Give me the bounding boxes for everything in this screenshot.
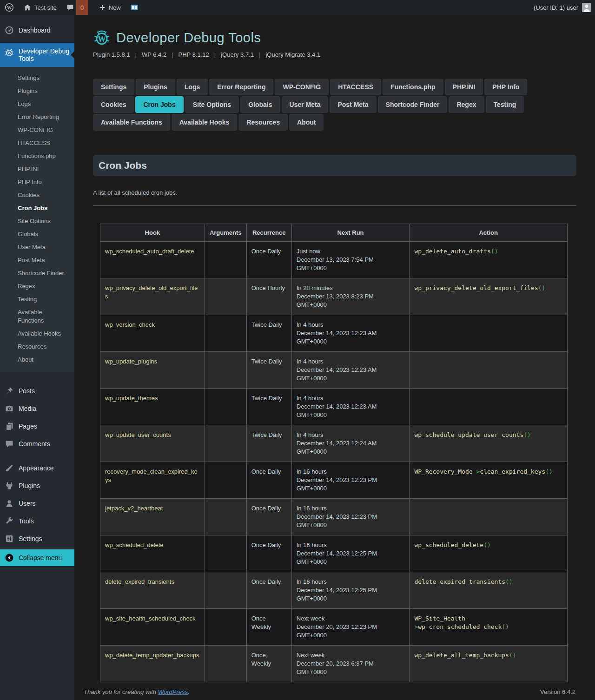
admin-footer: Thank you for creating with WordPress. V… — [74, 688, 595, 695]
collapse-menu-button[interactable]: Collapse menu — [0, 549, 74, 566]
sidebar-item-pages[interactable]: Pages — [0, 417, 74, 435]
submenu-item-functions-php[interactable]: Functions.php — [0, 150, 74, 163]
submenu-item-user-meta[interactable]: User Meta — [0, 241, 74, 254]
submenu-item-testing[interactable]: Testing — [0, 293, 74, 306]
submenu-item-globals[interactable]: Globals — [0, 228, 74, 241]
user-info: (User ID: 1) user — [534, 4, 578, 11]
sidebar-item-developer-debug-tools[interactable]: W Developer Debug Tools — [0, 43, 74, 67]
sidebar-item-label: Posts — [19, 387, 35, 395]
cell-arguments — [205, 646, 246, 682]
tab-shortcode-finder[interactable]: Shortcode Finder — [378, 96, 448, 113]
cell-arguments — [205, 389, 246, 425]
sidebar-item-comments[interactable]: Comments — [0, 435, 74, 453]
submenu-item-shortcode-finder[interactable]: Shortcode Finder — [0, 267, 74, 280]
collapse-menu-label: Collapse menu — [19, 554, 62, 561]
cell-next-run: In 4 hoursDecember 14, 2023 12:23 AMGMT+… — [291, 389, 410, 425]
submenu-item-available-functions[interactable]: Available Functions — [0, 306, 74, 327]
submenu-item-resources[interactable]: Resources — [0, 340, 74, 353]
tab-php-info[interactable]: PHP Info — [484, 79, 527, 95]
media-icon — [5, 404, 14, 413]
cell-action: wp_delete_all_temp_backups() — [410, 646, 568, 682]
submenu-item-post-meta[interactable]: Post Meta — [0, 254, 74, 267]
tab-globals[interactable]: Globals — [240, 96, 280, 113]
submenu-item-cron-jobs[interactable]: Cron Jobs — [0, 202, 74, 215]
wp-logo-menu[interactable]: W — [0, 0, 19, 15]
submenu-item-cookies[interactable]: Cookies — [0, 189, 74, 202]
next-run-line: GMT+0000 — [297, 484, 405, 493]
meta-separator: | — [135, 51, 137, 58]
submenu-item-php-info[interactable]: PHP Info — [0, 176, 74, 189]
comments-count-badge[interactable]: 0 — [76, 0, 88, 15]
tab-site-options[interactable]: Site Options — [185, 96, 239, 113]
submenu-item-settings[interactable]: Settings — [0, 72, 74, 85]
cell-action: wp_delete_auto_drafts() — [410, 242, 568, 278]
table-row: wp_scheduled_auto_draft_deleteOnce Daily… — [100, 242, 568, 278]
cell-next-run: In 28 minutesDecember 13, 2023 8:23 PMGM… — [291, 278, 410, 315]
comments-menu[interactable] — [61, 0, 76, 15]
docs-menu[interactable] — [126, 0, 143, 15]
column-header-hook: Hook — [100, 224, 205, 242]
submenu-item-error-reporting[interactable]: Error Reporting — [0, 111, 74, 124]
next-run-line: December 13, 2023 8:23 PM — [297, 292, 405, 301]
tab-functions-php[interactable]: Functions.php — [383, 79, 443, 95]
next-run-line: In 4 hours — [297, 321, 405, 329]
tab-about[interactable]: About — [289, 114, 324, 131]
sidebar-item-label: Users — [19, 500, 36, 507]
page-description: A list of all scheduled cron jobs. — [93, 189, 576, 196]
cell-hook: recovery_mode_clean_expired_keys — [100, 462, 205, 499]
sidebar-item-dashboard[interactable]: Dashboard — [0, 21, 74, 39]
tab-htaccess[interactable]: HTACCESS — [330, 79, 381, 95]
next-run-line: December 14, 2023 12:23 PM — [297, 476, 405, 484]
sidebar-item-settings[interactable]: Settings — [0, 530, 74, 548]
cell-recurrence: Once Hourly — [246, 278, 291, 315]
new-content-menu[interactable]: New — [94, 0, 126, 15]
tab-post-meta[interactable]: Post Meta — [330, 96, 376, 113]
sidebar-item-posts[interactable]: Posts — [0, 382, 74, 400]
tab-settings[interactable]: Settings — [93, 79, 134, 95]
tab-available-functions[interactable]: Available Functions — [93, 114, 170, 131]
home-icon — [23, 3, 32, 12]
submenu-item-plugins[interactable]: Plugins — [0, 85, 74, 98]
submenu-item-site-options[interactable]: Site Options — [0, 215, 74, 228]
submenu-item-about[interactable]: About — [0, 353, 74, 366]
next-run-line: December 14, 2023 12:23 AM — [297, 366, 405, 374]
next-run-line: GMT+0000 — [297, 594, 405, 603]
submenu-item-available-hooks[interactable]: Available Hooks — [0, 327, 74, 340]
cell-next-run: Next weekDecember 20, 2023 6:37 PMGMT+00… — [291, 646, 410, 682]
submenu-item-regex[interactable]: Regex — [0, 280, 74, 293]
column-header-next-run: Next Run — [291, 224, 410, 242]
tab-plugins[interactable]: Plugins — [136, 79, 175, 95]
sidebar-item-media[interactable]: Media — [0, 400, 74, 417]
cell-recurrence: Once Weekly — [246, 609, 291, 646]
sidebar-item-appearance[interactable]: Appearance — [0, 459, 74, 477]
table-row: wp_update_pluginsTwice DailyIn 4 hoursDe… — [100, 352, 568, 389]
tab-cookies[interactable]: Cookies — [93, 96, 134, 113]
sidebar-item-label: Media — [19, 405, 36, 412]
tab-cron-jobs[interactable]: Cron Jobs — [135, 96, 183, 113]
sidebar-item-plugins[interactable]: Plugins — [0, 477, 74, 495]
meta-item: PHP 8.1.12 — [178, 51, 209, 58]
submenu-item-logs[interactable]: Logs — [0, 98, 74, 111]
tab-logs[interactable]: Logs — [177, 79, 208, 95]
tab-wp-config[interactable]: WP-CONFIG — [275, 79, 329, 95]
sidebar-item-users[interactable]: Users — [0, 495, 74, 512]
tab-regex[interactable]: Regex — [449, 96, 484, 113]
site-name-menu[interactable]: Test site — [19, 0, 61, 15]
tab-resources[interactable]: Resources — [238, 114, 288, 131]
tab-error-reporting[interactable]: Error Reporting — [209, 79, 273, 95]
submenu-item-htaccess[interactable]: HTACCESS — [0, 137, 74, 150]
submenu-item-wp-config[interactable]: WP-CONFIG — [0, 124, 74, 137]
tab-php-ini[interactable]: PHP.INI — [445, 79, 483, 95]
divider — [93, 205, 576, 206]
sidebar-item-tools[interactable]: Tools — [0, 512, 74, 530]
tab-available-hooks[interactable]: Available Hooks — [172, 114, 238, 131]
column-header-arguments: Arguments — [205, 224, 246, 242]
account-menu[interactable]: (User ID: 1) user — [534, 3, 595, 12]
tab-testing[interactable]: Testing — [486, 96, 524, 113]
submenu-item-php-ini[interactable]: PHP.INI — [0, 163, 74, 176]
wordpress-link[interactable]: WordPress — [158, 688, 188, 695]
cell-recurrence: Twice Daily — [246, 315, 291, 352]
next-run-line: GMT+0000 — [297, 668, 405, 676]
tab-user-meta[interactable]: User Meta — [282, 96, 329, 113]
settings-icon — [5, 534, 14, 543]
